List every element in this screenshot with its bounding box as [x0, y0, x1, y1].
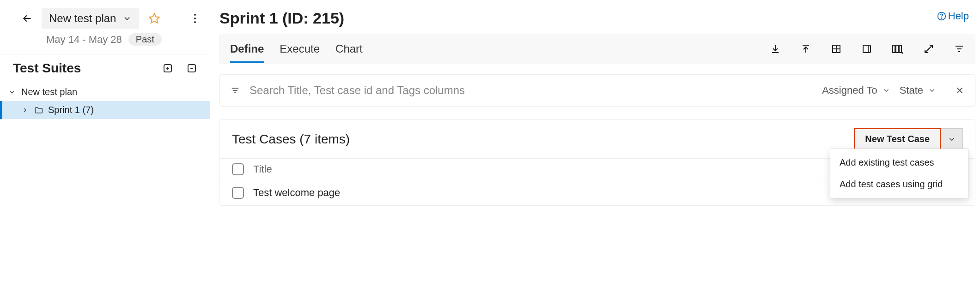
help-link[interactable]: Help: [937, 10, 969, 22]
tab-execute[interactable]: Execute: [280, 35, 320, 63]
svg-rect-12: [899, 45, 901, 53]
add-suite-icon[interactable]: [162, 63, 173, 74]
tabs-toolbar: Define Execute Chart: [219, 34, 975, 64]
assigned-to-label: Assigned To: [822, 84, 877, 96]
left-panel: New test plan May 14 - May 28 Past Test …: [0, 0, 210, 304]
tree-child-selected[interactable]: Sprint 1 (7): [0, 101, 210, 119]
main-panel: Help Sprint 1 (ID: 215) Define Execute C…: [210, 0, 980, 304]
chevron-down-icon: [8, 89, 17, 96]
help-label: Help: [948, 10, 969, 22]
suites-title: Test Suites: [13, 61, 81, 76]
plan-header: New test plan: [0, 0, 210, 33]
filter-lines-icon: [230, 85, 240, 95]
menu-add-grid[interactable]: Add test cases using grid: [830, 173, 968, 195]
row-checkbox[interactable]: [232, 187, 244, 199]
new-test-case-menu: Add existing test cases Add test cases u…: [830, 149, 968, 198]
plan-date-row: May 14 - May 28 Past: [0, 33, 210, 54]
svg-point-7: [941, 18, 942, 18]
plan-name: New test plan: [49, 12, 116, 25]
svg-point-1: [194, 14, 196, 16]
assigned-to-filter[interactable]: Assigned To: [822, 84, 890, 96]
state-filter[interactable]: State: [900, 84, 936, 96]
svg-marker-0: [150, 13, 160, 23]
back-icon[interactable]: [21, 12, 33, 24]
fullscreen-icon[interactable]: [923, 43, 934, 54]
page-title: Sprint 1 (ID: 215): [219, 9, 975, 27]
status-badge: Past: [128, 33, 162, 46]
tab-chart[interactable]: Chart: [335, 35, 363, 63]
menu-add-existing[interactable]: Add existing test cases: [830, 152, 968, 173]
col-title[interactable]: Title: [253, 163, 861, 175]
side-panel-icon[interactable]: [861, 43, 872, 54]
svg-rect-10: [893, 45, 895, 53]
folder-icon: [34, 106, 43, 115]
tree-root[interactable]: New test plan: [0, 83, 210, 101]
more-menu-icon[interactable]: [194, 13, 196, 24]
chevron-down-icon: [122, 14, 132, 23]
suite-tree: New test plan Sprint 1 (7): [0, 80, 210, 119]
select-all-checkbox[interactable]: [232, 163, 244, 175]
svg-rect-9: [863, 45, 870, 53]
tree-child-label: Sprint 1 (7): [48, 105, 94, 115]
new-test-case-dropdown[interactable]: [941, 128, 963, 150]
test-cases-card: Test Cases (7 items) New Test Case Add e…: [219, 119, 975, 206]
svg-point-3: [194, 21, 196, 23]
collapse-suite-icon[interactable]: [186, 63, 197, 74]
tab-define[interactable]: Define: [230, 35, 264, 63]
search-bar: Assigned To State: [219, 74, 975, 107]
favorite-star-icon[interactable]: [148, 12, 160, 24]
import-icon[interactable]: [770, 43, 781, 54]
svg-rect-11: [896, 45, 898, 53]
grid-icon[interactable]: [831, 43, 842, 54]
new-test-case-button[interactable]: New Test Case: [854, 128, 941, 150]
row-title: Test welcome page: [253, 187, 861, 199]
plan-selector[interactable]: New test plan: [42, 8, 139, 29]
chevron-right-icon: [21, 107, 30, 114]
suites-header: Test Suites: [0, 54, 210, 80]
column-options-icon[interactable]: [892, 43, 904, 54]
clear-filter-icon[interactable]: [955, 85, 965, 95]
search-input[interactable]: [250, 84, 813, 97]
state-label: State: [900, 84, 923, 96]
svg-point-2: [194, 18, 196, 19]
export-icon[interactable]: [800, 43, 811, 54]
filter-icon[interactable]: [954, 43, 965, 54]
plan-date-range: May 14 - May 28: [46, 34, 122, 46]
cases-title: Test Cases (7 items): [232, 132, 350, 147]
tree-root-label: New test plan: [21, 87, 77, 97]
